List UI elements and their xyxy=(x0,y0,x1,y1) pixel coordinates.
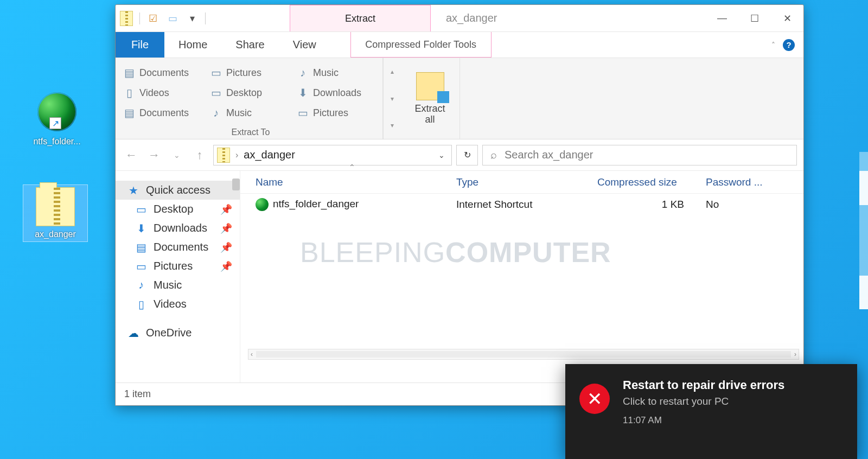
document-icon: ▤ xyxy=(123,67,135,79)
pin-icon: 📌 xyxy=(220,260,232,272)
extract-all-button[interactable]: Extract all xyxy=(400,58,460,139)
nav-videos[interactable]: ▯Videos xyxy=(116,295,240,314)
ribbon-dest-downloads[interactable]: ⬇Downloads xyxy=(297,84,378,102)
nav-pictures[interactable]: ▭Pictures📌 xyxy=(116,257,240,276)
ribbon-dest-documents[interactable]: ▤Documents xyxy=(123,63,205,82)
address-icon xyxy=(217,148,230,163)
desktop-shortcut-ntfs[interactable]: ↗ ntfs_folder... xyxy=(24,92,90,146)
ribbon-tabs: File Home Share View Compressed Folder T… xyxy=(116,32,803,58)
window-title: ax_danger xyxy=(431,5,706,31)
document-icon: ▤ xyxy=(135,241,147,253)
ribbon-dest-pictures2[interactable]: ▭Pictures xyxy=(297,104,378,122)
extract-to-gallery: ▤Documents ▭Pictures ♪Music ▯Videos ▭Des… xyxy=(123,63,378,122)
up-button[interactable]: ↑ xyxy=(190,146,209,164)
pictures-icon: ▭ xyxy=(297,107,309,119)
tab-home[interactable]: Home xyxy=(164,32,221,58)
pin-icon: 📌 xyxy=(220,222,232,234)
back-button[interactable]: ← xyxy=(122,146,141,164)
col-type[interactable]: Type xyxy=(456,176,597,188)
navigation-pane[interactable]: ★Quick access ▭Desktop📌 ⬇Downloads📌 ▤Doc… xyxy=(116,171,240,382)
nav-documents[interactable]: ▤Documents📌 xyxy=(116,238,240,257)
videos-icon: ▯ xyxy=(123,87,135,99)
contextual-tab-header[interactable]: Extract xyxy=(290,5,431,31)
shortcut-arrow-icon: ↗ xyxy=(49,117,61,129)
history-dropdown[interactable]: ⌄ xyxy=(168,146,186,164)
desktop-zip-label: ax_danger xyxy=(25,229,85,239)
toast-body: Click to restart your PC xyxy=(623,396,784,407)
pictures-icon: ▭ xyxy=(210,67,222,79)
forward-button[interactable]: → xyxy=(145,146,163,164)
desktop-shortcut-label: ntfs_folder... xyxy=(24,137,90,146)
desktop-zip-axdanger[interactable]: ax_danger xyxy=(23,184,88,242)
qat-customize-icon[interactable]: ▾ xyxy=(186,12,199,25)
zip-folder-icon xyxy=(36,187,75,226)
pin-icon: 📌 xyxy=(220,203,232,215)
close-button[interactable]: ✕ xyxy=(771,5,803,32)
refresh-button[interactable]: ↻ xyxy=(456,145,478,165)
ribbon-dest-music[interactable]: ♪Music xyxy=(297,63,378,82)
extract-all-icon xyxy=(416,72,444,100)
watermark: BLEEPINGCOMPUTER xyxy=(300,236,611,269)
downloads-icon: ⬇ xyxy=(135,222,147,234)
nav-desktop[interactable]: ▭Desktop📌 xyxy=(116,200,240,219)
horizontal-scrollbar[interactable]: ‹› xyxy=(248,349,799,360)
ribbon-collapse-icon[interactable]: ˄ xyxy=(771,41,775,49)
star-icon: ★ xyxy=(127,184,139,196)
maximize-button[interactable]: ☐ xyxy=(738,5,771,32)
window-icon xyxy=(120,11,133,26)
ribbon: ▤Documents ▭Pictures ♪Music ▯Videos ▭Des… xyxy=(116,58,803,139)
ribbon-group-label: Extract To xyxy=(123,122,378,137)
music-icon: ♪ xyxy=(297,67,309,79)
address-dropdown-icon[interactable]: ⌄ xyxy=(435,151,448,160)
nav-quick-access[interactable]: ★Quick access xyxy=(116,181,240,200)
titlebar: ☑ ▭ ▾ Extract ax_danger — ☐ ✕ xyxy=(116,5,803,32)
qat-properties-icon[interactable]: ☑ xyxy=(146,12,159,25)
search-icon: ⌕ xyxy=(490,149,497,161)
ribbon-dest-videos[interactable]: ▯Videos xyxy=(123,84,205,102)
tab-share[interactable]: Share xyxy=(221,32,278,58)
breadcrumb[interactable]: ax_danger xyxy=(244,149,295,161)
column-headers[interactable]: Name Type Compressed size Password ... xyxy=(240,171,803,194)
tab-compressed-tools[interactable]: Compressed Folder Tools xyxy=(350,32,492,58)
downloads-icon: ⬇ xyxy=(297,87,309,99)
toast-notification[interactable]: ✕ Restart to repair drive errors Click t… xyxy=(565,364,857,459)
nav-music[interactable]: ♪Music xyxy=(116,276,240,295)
gallery-spinner[interactable]: ▴▾▾ xyxy=(383,58,400,139)
ribbon-dest-desktop[interactable]: ▭Desktop xyxy=(210,84,291,102)
help-icon[interactable]: ? xyxy=(783,39,795,51)
music-icon: ♪ xyxy=(210,107,222,119)
desktop-icon: ▭ xyxy=(210,87,222,99)
col-password[interactable]: Password ... xyxy=(706,176,803,188)
tab-file[interactable]: File xyxy=(116,32,164,58)
search-placeholder: Search ax_danger xyxy=(505,149,593,161)
toast-title: Restart to repair drive errors xyxy=(623,378,784,392)
pin-icon: 📌 xyxy=(220,241,232,253)
address-bar[interactable]: › ax_danger ⌄ xyxy=(213,145,452,165)
search-input[interactable]: ⌕ Search ax_danger xyxy=(482,145,797,165)
explorer-window: ☑ ▭ ▾ Extract ax_danger — ☐ ✕ File Home … xyxy=(115,4,804,406)
taskview-strip xyxy=(859,152,868,309)
videos-icon: ▯ xyxy=(135,298,147,310)
status-item-count: 1 item xyxy=(124,388,151,400)
toast-time: 11:07 AM xyxy=(623,415,784,426)
qat-newfolder-icon[interactable]: ▭ xyxy=(166,12,179,25)
nav-downloads[interactable]: ⬇Downloads📌 xyxy=(116,219,240,238)
ribbon-dest-music2[interactable]: ♪Music xyxy=(210,104,291,122)
tab-view[interactable]: View xyxy=(279,32,330,58)
internet-shortcut-icon xyxy=(256,198,269,211)
nav-onedrive[interactable]: ☁OneDrive xyxy=(116,323,240,342)
error-icon: ✕ xyxy=(579,384,610,414)
address-bar-row: ← → ⌄ ↑ › ax_danger ⌄ ↻ ⌕ Search ax_dang… xyxy=(116,139,803,171)
col-size[interactable]: Compressed size xyxy=(597,176,706,188)
minimize-button[interactable]: — xyxy=(706,5,738,32)
music-icon: ♪ xyxy=(135,279,147,291)
ribbon-dest-documents2[interactable]: ▤Documents xyxy=(123,104,205,122)
cloud-icon: ☁ xyxy=(127,327,139,339)
pictures-icon: ▭ xyxy=(135,260,147,272)
document-icon: ▤ xyxy=(123,107,135,119)
file-list: Name Type Compressed size Password ... n… xyxy=(240,171,803,382)
file-row[interactable]: ntfs_folder_danger Internet Shortcut 1 K… xyxy=(240,194,803,215)
ribbon-dest-pictures[interactable]: ▭Pictures xyxy=(210,63,291,82)
col-name[interactable]: Name xyxy=(256,176,456,188)
desktop-icon: ▭ xyxy=(135,203,147,215)
